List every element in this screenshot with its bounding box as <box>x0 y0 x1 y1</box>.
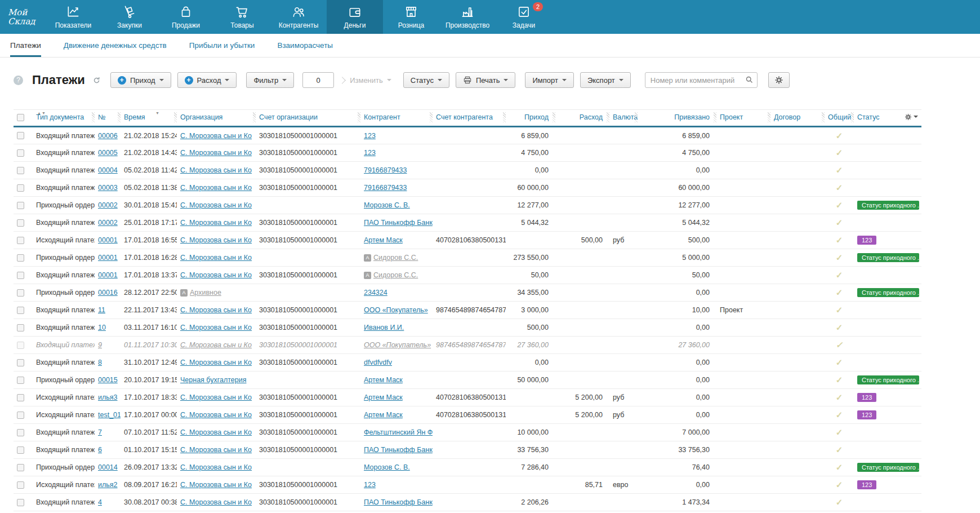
column-header-contract[interactable]: Договор <box>770 110 825 127</box>
column-header-income[interactable]: Приход <box>506 110 555 127</box>
organization-link[interactable]: С. Морозова сын и Ко <box>180 359 252 366</box>
settings-button[interactable] <box>768 72 790 88</box>
organization-link[interactable]: С. Морозова сын и Ко <box>180 132 252 140</box>
row-checkbox[interactable] <box>17 307 24 314</box>
search-icon[interactable] <box>745 76 754 86</box>
status-badge[interactable]: Статус приходного ... <box>857 253 919 262</box>
status-badge[interactable]: 123 <box>857 480 876 489</box>
document-link[interactable]: илья3 <box>98 393 118 401</box>
nav-item-people[interactable]: Контрагенты <box>270 0 327 34</box>
counterparty-link[interactable]: 123 <box>364 132 376 140</box>
column-header-expense[interactable]: Расход <box>555 110 609 127</box>
column-header-org[interactable]: Организация <box>177 110 256 127</box>
nav-item-store[interactable]: Розница <box>383 0 439 34</box>
help-icon[interactable]: ? <box>14 76 23 85</box>
row-checkbox[interactable] <box>17 446 24 454</box>
filter-button[interactable]: Фильтр <box>246 72 294 88</box>
row-checkbox[interactable] <box>17 219 24 227</box>
row-checkbox[interactable] <box>17 412 24 419</box>
organization-link[interactable]: С. Морозова сын и Ко <box>180 446 252 454</box>
counterparty-link[interactable]: ПАО Тинькофф Банк <box>364 498 433 506</box>
nav-item-bag[interactable]: Продажи <box>158 0 214 34</box>
tab-link[interactable]: Взаиморасчеты <box>277 34 333 57</box>
counterparty-link[interactable]: Артем Маск <box>364 393 403 401</box>
table-settings-gear[interactable] <box>905 113 918 121</box>
organization-link[interactable]: Черная бухгалтерия <box>180 376 247 384</box>
document-link[interactable]: илья2 <box>98 481 118 489</box>
row-checkbox[interactable] <box>17 377 24 384</box>
app-logo[interactable]: Мой Склад <box>0 0 45 34</box>
select-all-checkbox[interactable] <box>17 114 24 121</box>
row-checkbox[interactable] <box>17 149 24 157</box>
nav-item-chart[interactable]: Показатели <box>45 0 101 34</box>
status-badge[interactable]: Статус приходного ... <box>857 288 919 297</box>
column-header-linked[interactable]: Привязано <box>638 110 716 127</box>
organization-link[interactable]: С. Морозова сын и Ко <box>180 341 252 349</box>
tab-link[interactable]: Движение денежных средств <box>64 34 167 57</box>
row-checkbox[interactable] <box>17 202 24 209</box>
counterparty-link[interactable]: Артем Маск <box>364 376 403 384</box>
column-header-agent[interactable]: Контрагент <box>360 110 433 127</box>
document-link[interactable]: 10 <box>98 324 106 331</box>
organization-link[interactable]: С. Морозова сын и Ко <box>180 324 252 331</box>
document-link[interactable]: 00016 <box>98 289 118 297</box>
document-link[interactable]: 00005 <box>98 149 118 157</box>
column-header-num[interactable]: № <box>95 110 121 127</box>
status-badge[interactable]: 123 <box>857 393 876 402</box>
row-checkbox[interactable] <box>17 132 24 139</box>
column-header-agent-account[interactable]: Счет контрагента <box>433 110 506 127</box>
counterparty-link[interactable]: 123 <box>364 481 376 489</box>
sort-icons[interactable]: ▲▼ <box>37 111 46 115</box>
column-header-time[interactable]: ▼Время <box>121 110 177 127</box>
document-link[interactable]: 00001 <box>98 254 118 262</box>
counterparty-link[interactable]: 234324 <box>364 289 387 297</box>
counterparty-link[interactable]: ПАО Тинькофф Банк <box>364 446 433 454</box>
print-button[interactable]: Печать <box>456 72 516 88</box>
organization-link[interactable]: С. Морозова сын и Ко <box>180 463 252 471</box>
document-link[interactable]: 00002 <box>98 219 118 227</box>
organization-link[interactable]: Архивное <box>190 289 221 297</box>
sort-desc-icon[interactable]: ▼ <box>155 111 160 115</box>
organization-link[interactable]: С. Морозова сын и Ко <box>180 498 252 506</box>
counterparty-link[interactable]: Артем Маск <box>364 411 403 419</box>
tab-link[interactable]: Прибыли и убытки <box>189 34 255 57</box>
counterparty-link[interactable]: 79166879433 <box>364 166 407 174</box>
refresh-icon[interactable] <box>92 76 101 85</box>
row-checkbox[interactable] <box>17 272 24 279</box>
document-link[interactable]: test_01 <box>98 411 121 419</box>
tab-active[interactable]: Платежи <box>10 34 41 57</box>
nav-item-tasks[interactable]: Задачи2 <box>496 0 552 34</box>
counterparty-link[interactable]: Артем Маск <box>364 236 403 244</box>
organization-link[interactable]: С. Морозова сын и Ко <box>180 393 252 401</box>
organization-link[interactable]: С. Морозова сын и Ко <box>180 306 252 314</box>
status-badge[interactable]: Статус приходного ... <box>857 201 919 210</box>
organization-link[interactable]: С. Морозова сын и Ко <box>180 428 252 436</box>
status-badge[interactable]: Статус приходного ... <box>857 375 919 384</box>
import-button[interactable]: Импорт <box>525 72 573 88</box>
organization-link[interactable]: С. Морозова сын и Ко <box>180 149 252 157</box>
document-link[interactable]: 11 <box>98 306 105 314</box>
document-link[interactable]: 00004 <box>98 166 118 174</box>
counterparty-link[interactable]: ООО «Покупатель» <box>364 341 431 349</box>
counterparty-link[interactable]: Сидоров С.С. <box>373 254 418 262</box>
status-badge[interactable]: 123 <box>857 410 876 419</box>
organization-link[interactable]: С. Морозова сын и Ко <box>180 201 252 209</box>
organization-link[interactable]: С. Морозова сын и Ко <box>180 271 252 279</box>
row-checkbox[interactable] <box>17 184 24 192</box>
counterparty-link[interactable]: Морозов С. В. <box>364 463 410 471</box>
row-checkbox[interactable] <box>17 342 24 349</box>
organization-link[interactable]: С. Морозова сын и Ко <box>180 184 252 192</box>
row-checkbox[interactable] <box>17 429 24 436</box>
column-header-org-account[interactable]: Счет организации <box>256 110 360 127</box>
row-checkbox[interactable] <box>17 464 24 471</box>
document-link[interactable]: 4 <box>98 498 102 506</box>
column-header-currency[interactable]: Валюта <box>609 110 638 127</box>
row-checkbox[interactable] <box>17 237 24 244</box>
organization-link[interactable]: С. Морозова сын и Ко <box>180 254 252 262</box>
organization-link[interactable]: С. Морозова сын и Ко <box>180 481 252 489</box>
row-checkbox[interactable] <box>17 359 24 366</box>
counterparty-link[interactable]: ООО «Покупатель» <box>364 306 428 314</box>
document-link[interactable]: 00001 <box>98 236 118 244</box>
row-checkbox[interactable] <box>17 289 24 297</box>
export-button[interactable]: Экспорт <box>580 72 631 88</box>
